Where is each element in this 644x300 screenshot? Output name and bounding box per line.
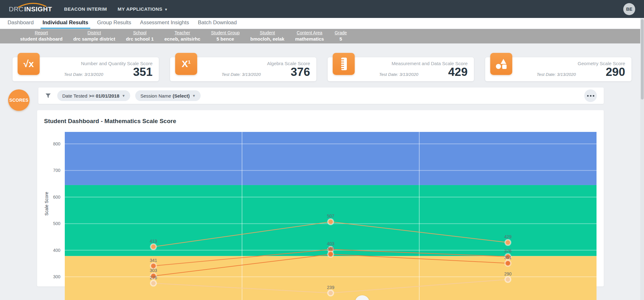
breadcrumb: Report student dashboard District drc sa… xyxy=(0,29,644,43)
crumb-district-value: drc sample district xyxy=(73,36,115,42)
scale-score-value: 429 xyxy=(448,66,468,78)
filter-date-tested[interactable]: Date Tested>= 01/01/2018 ▼ xyxy=(57,90,130,101)
crumb-district: District drc sample district xyxy=(73,30,115,42)
crumb-report-value: student dashboard xyxy=(20,36,63,42)
y-axis-ticks: 200300400500600700800 xyxy=(37,132,62,300)
crumb-teacher: Teacher ecneb, anitsirhc xyxy=(164,30,200,42)
score-cards-row: √x Number and Quantity Scale Score Test … xyxy=(0,43,644,81)
svg-text:413: 413 xyxy=(150,239,157,244)
card-geometry: Geometry Scale Score Test Date: 3/13/202… xyxy=(485,57,631,81)
svg-text:429: 429 xyxy=(504,234,512,239)
filter-bar: Date Tested>= 01/01/2018 ▼ Session Name(… xyxy=(38,88,604,104)
crumb-teacher-label[interactable]: Teacher xyxy=(175,30,190,36)
svg-text:507: 507 xyxy=(327,213,335,218)
crumb-content-area: Content Area mathematics xyxy=(295,30,324,42)
crumb-content-area-value: mathematics xyxy=(295,36,324,42)
svg-text:385: 385 xyxy=(327,246,335,251)
crumb-grade: Grade 5 xyxy=(335,30,347,42)
ruler-icon xyxy=(333,53,355,75)
svg-text:276: 276 xyxy=(150,275,157,280)
crumb-teacher-value: ecneb, anitsirhc xyxy=(164,36,200,42)
svg-text:376: 376 xyxy=(504,248,512,253)
logo-text-insight: INSIGHT xyxy=(24,5,53,13)
scrollbar-thumb[interactable] xyxy=(641,19,644,99)
crumb-school-value: drc school 1 xyxy=(126,36,153,42)
tab-batch-download[interactable]: Batch Download xyxy=(193,18,241,29)
primary-tabs: Dashboard Individual Results Group Resul… xyxy=(0,18,644,29)
tab-dashboard[interactable]: Dashboard xyxy=(3,18,38,29)
crumb-district-label[interactable]: District xyxy=(87,30,101,36)
test-date: Test Date: 3/13/2020 xyxy=(379,72,418,77)
crumb-report: Report student dashboard xyxy=(20,30,63,42)
crumb-school: School drc school 1 xyxy=(126,30,153,42)
scale-score-value: 376 xyxy=(291,66,310,78)
card-number-quantity: √x Number and Quantity Scale Score Test … xyxy=(13,57,159,81)
scale-score-value: 351 xyxy=(133,66,153,78)
shapes-icon xyxy=(490,53,512,75)
crumb-student-value: bmocloh, eelak xyxy=(250,36,284,42)
crumb-grade-label[interactable]: Grade xyxy=(335,30,347,36)
scale-score-line-chart[interactable]: 413507429341403376303385351276239290 xyxy=(65,132,597,300)
crumb-grade-value: 5 xyxy=(339,36,342,42)
svg-text:351: 351 xyxy=(504,255,512,260)
chevron-down-icon: ▼ xyxy=(192,94,196,98)
crumb-student-label[interactable]: Student xyxy=(260,30,275,36)
filter-funnel-icon[interactable] xyxy=(45,93,51,99)
svg-text:290: 290 xyxy=(504,271,512,276)
my-applications-menu[interactable]: MY APPLICATIONS▼ xyxy=(118,6,168,12)
tab-individual-results[interactable]: Individual Results xyxy=(38,18,92,29)
card-measurement-data: Measurement and Data Scale Score Test Da… xyxy=(328,57,474,81)
crumb-school-label[interactable]: School xyxy=(133,30,147,36)
crumb-student-group-value: 5 bence xyxy=(217,36,234,42)
square-root-icon: √x xyxy=(18,53,40,75)
card-algebra: X1 Algebra Scale Score Test Date: 3/13/2… xyxy=(170,57,316,81)
chart-panel: Student Dashboard - Mathematics Scale Sc… xyxy=(37,110,604,286)
vertical-scrollbar[interactable] xyxy=(640,18,644,300)
svg-text:303: 303 xyxy=(150,268,157,273)
filter-session-name[interactable]: Session Name(Select) ▼ xyxy=(135,90,201,101)
scores-badge[interactable]: SCORES xyxy=(8,89,30,111)
svg-text:341: 341 xyxy=(150,258,157,263)
crumb-student: Student bmocloh, eelak xyxy=(250,30,284,42)
svg-text:403: 403 xyxy=(327,241,335,246)
crumb-content-area-label[interactable]: Content Area xyxy=(297,30,322,36)
chevron-down-icon: ▼ xyxy=(122,94,125,98)
scale-score-value: 290 xyxy=(606,66,625,78)
crumb-report-label[interactable]: Report xyxy=(35,30,48,36)
exponent-icon: X1 xyxy=(175,53,197,75)
chart-title: Student Dashboard - Mathematics Scale Sc… xyxy=(44,118,176,125)
crumb-student-group-label[interactable]: Student Group xyxy=(211,30,240,36)
test-date: Test Date: 3/13/2020 xyxy=(221,72,261,77)
tab-assessment-insights[interactable]: Assessment Insights xyxy=(136,18,193,29)
user-avatar[interactable]: BE xyxy=(623,3,635,15)
chevron-down-icon: ▼ xyxy=(164,8,168,11)
tab-group-results[interactable]: Group Results xyxy=(93,18,136,29)
top-navbar: DRC INSIGHT BEACON INTERIM MY APPLICATIO… xyxy=(0,0,644,18)
app-name: BEACON INTERIM xyxy=(64,6,107,12)
drc-insight-logo[interactable]: DRC INSIGHT xyxy=(9,5,53,13)
svg-text:239: 239 xyxy=(327,285,335,290)
test-date: Test Date: 3/13/2020 xyxy=(64,72,103,77)
crumb-student-group: Student Group 5 bence xyxy=(211,30,240,42)
test-date: Test Date: 3/13/2020 xyxy=(536,72,576,77)
more-options-button[interactable] xyxy=(584,89,597,102)
